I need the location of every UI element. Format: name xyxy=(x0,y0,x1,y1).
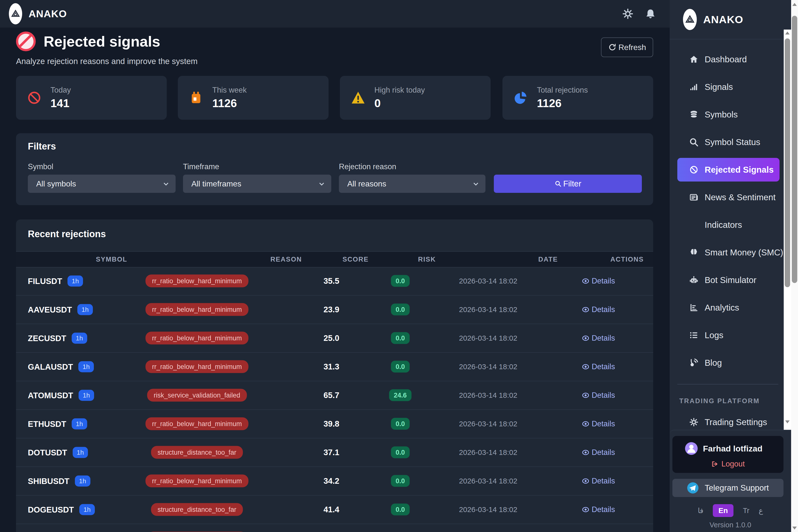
sidebar-item-logs[interactable]: Logs xyxy=(670,321,784,349)
sidebar-item-news-sentiment[interactable]: News & Sentiment xyxy=(670,184,784,211)
sidebar-item-rejected-signals[interactable]: Rejected Signals xyxy=(677,158,780,182)
stat-value: 1126 xyxy=(212,97,247,110)
scroll-up-arrow-icon[interactable] xyxy=(792,3,797,6)
eye-icon xyxy=(582,506,589,513)
timeframe-badge: 1h xyxy=(79,390,94,401)
details-link[interactable]: Details xyxy=(582,391,615,400)
risk-badge: 0.0 xyxy=(391,304,410,316)
eye-icon xyxy=(582,277,589,285)
sidebar-item-analytics[interactable]: Analytics xyxy=(670,294,784,321)
table-row: ZECUSDT1h risk_service_validation_failed… xyxy=(16,524,653,532)
table-row: SHIBUSDT1h rr_ratio_below_hard_minimum 3… xyxy=(16,467,653,495)
symbol-label: GALAUSDT xyxy=(28,362,73,372)
column-header-date: DATE xyxy=(538,256,558,263)
page-scrollbar[interactable] xyxy=(791,0,798,532)
chevron-down-icon xyxy=(473,182,478,186)
reason-badge: rr_ratio_below_hard_minimum xyxy=(145,274,248,287)
score-value: 39.8 xyxy=(323,419,339,429)
stat-label: This week xyxy=(212,86,247,95)
telegram-support-button[interactable]: Telegram Support xyxy=(672,479,783,497)
language-ar[interactable]: ع xyxy=(759,507,763,515)
user-card: Farhad lotfizad Logout xyxy=(672,436,783,473)
details-link[interactable]: Details xyxy=(582,334,615,343)
column-header-symbol: SYMBOL xyxy=(96,256,127,263)
sidebar-section-label: TRADING PLATFORM xyxy=(679,397,784,405)
recent-rejections-panel: Recent rejections SYMBOL REASON SCORE RI… xyxy=(16,220,653,532)
symbol-label: AAVEUSDT xyxy=(28,305,72,314)
timeframe-badge: 1h xyxy=(78,361,94,373)
sidebar-item-bot-simulator[interactable]: Bot Simulator xyxy=(670,266,784,294)
risk-badge: 0.0 xyxy=(391,475,410,487)
list-icon xyxy=(689,330,699,340)
details-link[interactable]: Details xyxy=(582,448,615,457)
score-value: 23.9 xyxy=(323,305,339,314)
scroll-down-arrow-icon[interactable] xyxy=(785,420,790,423)
logout-button[interactable]: Logout xyxy=(672,460,783,469)
score-value: 31.3 xyxy=(323,362,339,372)
refresh-button[interactable]: Refresh xyxy=(601,37,653,57)
settings-gear-icon[interactable] xyxy=(622,8,633,19)
filter-button[interactable]: Filter xyxy=(494,175,642,193)
refresh-icon xyxy=(608,43,616,52)
score-value: 34.2 xyxy=(323,476,339,486)
sidebar-scrollbar-thumb[interactable] xyxy=(785,38,790,287)
sidebar-nav: Dashboard Signals Symbols Symbol Status … xyxy=(670,45,784,436)
top-bar: ANAKO xyxy=(0,0,670,27)
language-tr[interactable]: Tr xyxy=(743,507,749,515)
risk-badge: 0.0 xyxy=(391,446,410,458)
symbol-label: SHIBUSDT xyxy=(28,476,70,486)
reason-badge: structure_distance_too_far xyxy=(151,503,243,516)
newspaper-icon xyxy=(689,193,699,202)
stat-card-today: Today141 xyxy=(16,76,167,120)
date-value: 2026-03-14 18:02 xyxy=(459,363,517,371)
column-header-risk: RISK xyxy=(418,256,436,263)
sidebar-item-smart-money[interactable]: Smart Money (SMC) xyxy=(670,239,784,266)
eye-icon xyxy=(582,449,589,456)
details-link[interactable]: Details xyxy=(582,362,615,371)
score-value: 41.4 xyxy=(323,505,339,514)
eye-icon xyxy=(582,420,589,428)
pie-chart-icon xyxy=(513,91,529,105)
table-row: AAVEUSDT1h rr_ratio_below_hard_minimum 2… xyxy=(16,295,653,324)
table-row: ETHUSDT1h rr_ratio_below_hard_minimum 39… xyxy=(16,409,653,438)
sidebar-item-signals[interactable]: Signals xyxy=(670,73,784,101)
language-en[interactable]: En xyxy=(713,504,734,517)
score-value: 35.5 xyxy=(323,276,339,286)
scroll-down-arrow-icon[interactable] xyxy=(792,527,797,530)
chevron-down-icon xyxy=(163,182,169,186)
date-value: 2026-03-14 18:02 xyxy=(459,391,517,399)
details-link[interactable]: Details xyxy=(582,277,615,285)
stat-card-this-week: This week1126 xyxy=(178,76,328,120)
page-scrollbar-thumb[interactable] xyxy=(792,16,797,283)
details-link[interactable]: Details xyxy=(582,505,615,514)
score-value: 65.7 xyxy=(323,391,339,400)
timeframe-badge: 1h xyxy=(73,447,88,458)
sidebar-scrollbar[interactable] xyxy=(784,30,791,430)
gear-icon xyxy=(689,417,699,427)
sidebar-item-symbol-status[interactable]: Symbol Status xyxy=(670,128,784,156)
timeframe-select[interactable]: All timeframes xyxy=(183,175,331,193)
analytics-chart-icon xyxy=(689,303,699,312)
stat-card-total: Total rejections1126 xyxy=(502,76,653,120)
page-title: Rejected signals xyxy=(43,33,160,50)
stat-cards: Today141 This week1126 High risk today0 … xyxy=(0,76,670,120)
stat-label: Total rejections xyxy=(537,86,588,95)
symbol-select[interactable]: All symbols xyxy=(28,175,176,193)
coins-icon xyxy=(689,110,699,119)
scroll-up-arrow-icon[interactable] xyxy=(785,32,790,35)
sidebar-item-dashboard[interactable]: Dashboard xyxy=(670,45,784,73)
column-header-score: SCORE xyxy=(343,256,369,263)
avatar xyxy=(685,442,698,455)
details-link[interactable]: Details xyxy=(582,419,615,428)
brain-icon xyxy=(689,248,699,257)
language-fa[interactable]: فا xyxy=(698,507,703,515)
sidebar-item-indicators[interactable]: Indicators xyxy=(670,211,784,239)
eye-icon xyxy=(582,306,589,313)
table-row: ATOMUSDT1h risk_service_validation_faile… xyxy=(16,381,653,409)
details-link[interactable]: Details xyxy=(582,305,615,314)
details-link[interactable]: Details xyxy=(582,477,615,486)
sidebar-item-symbols[interactable]: Symbols xyxy=(670,101,784,128)
notifications-bell-icon[interactable] xyxy=(645,8,656,19)
reason-select[interactable]: All reasons xyxy=(339,175,486,193)
sidebar-item-blog[interactable]: Blog xyxy=(670,349,784,377)
